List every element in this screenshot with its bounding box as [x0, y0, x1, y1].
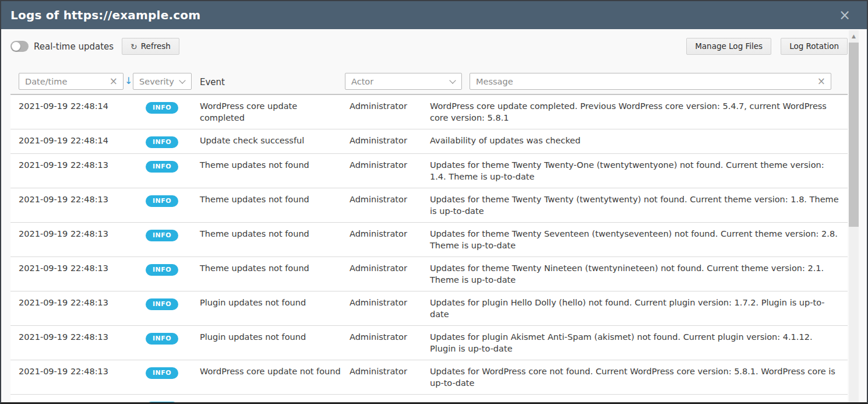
table-row: 2021-09-19 22:48:13 INFO Theme updates n… — [10, 223, 848, 257]
log-message: Updates for theme Twenty Nineteen (twent… — [430, 262, 848, 286]
log-table: 2021-09-19 22:48:14 INFO WordPress core … — [10, 94, 848, 404]
severity-cell: INFO — [137, 228, 200, 241]
severity-cell: INFO — [137, 331, 200, 345]
log-datetime: 2021-09-19 22:48:14 — [10, 100, 137, 112]
log-datetime: 2021-09-19 22:48:13 — [10, 366, 137, 377]
log-actor: Administrator — [350, 262, 430, 274]
severity-badge: INFO — [146, 230, 178, 241]
log-datetime: 2021-09-19 22:48:13 — [10, 331, 137, 343]
log-actor: Administrator — [350, 331, 430, 343]
scrollbar-thumb[interactable] — [849, 43, 859, 227]
table-row: 2021-09-19 22:48:13 INFO WordPress core … — [10, 360, 848, 395]
log-event: Plugin updates not found — [200, 331, 350, 343]
table-row: 2021-09-19 22:48:13 INFO Plugin updates … — [10, 326, 848, 360]
severity-filter-value: Severity — [133, 77, 180, 86]
log-actor: Administrator — [350, 366, 430, 377]
datetime-filter-input[interactable] — [19, 77, 107, 86]
actor-filter-select[interactable]: Actor — [345, 73, 462, 90]
chevron-down-icon — [179, 77, 185, 83]
table-row: 2021-09-19 22:48:13 INFO Theme updates n… — [10, 154, 848, 188]
severity-badge: INFO — [146, 136, 178, 148]
log-event: Theme updates not found — [200, 159, 350, 171]
severity-badge: INFO — [146, 161, 178, 173]
toggle-knob-icon — [12, 42, 20, 51]
event-column-header: Event — [200, 77, 225, 87]
table-row: 2021-09-19 22:48:09 INFO Update check in… — [10, 395, 848, 404]
refresh-icon: ↻ — [130, 43, 137, 51]
log-message: Updates for theme Twenty Seventeen (twen… — [430, 228, 848, 251]
log-message: Updates for theme Twenty Twenty-One (twe… — [430, 159, 848, 182]
toolbar: Real-time updates ↻ Refresh Manage Log F… — [10, 38, 848, 55]
log-event: Theme updates not found — [200, 228, 350, 240]
severity-cell: INFO — [137, 194, 200, 207]
table-row: 2021-09-19 22:48:13 INFO Theme updates n… — [10, 188, 848, 223]
log-actor: Administrator — [350, 297, 430, 308]
severity-badge: INFO — [146, 367, 178, 379]
severity-filter-select[interactable]: Severity — [133, 73, 192, 90]
log-rotation-button[interactable]: Log Rotation — [781, 38, 848, 55]
severity-badge: INFO — [146, 298, 178, 310]
log-message: Updates for plugin Akismet Anti-Spam (ak… — [430, 331, 848, 354]
log-event: Theme updates not found — [200, 194, 350, 205]
log-datetime: 2021-09-19 22:48:09 — [10, 400, 137, 404]
log-datetime: 2021-09-19 22:48:13 — [10, 194, 137, 205]
vertical-scrollbar[interactable]: ▲ — [849, 30, 859, 402]
log-message: Availability of updates was checked — [430, 135, 848, 146]
log-actor: Administrator — [350, 228, 430, 240]
log-actor: Administrator — [350, 400, 430, 404]
clear-datetime-icon[interactable]: × — [107, 76, 123, 86]
log-datetime: 2021-09-19 22:48:13 — [10, 297, 137, 308]
severity-cell: INFO — [137, 366, 200, 379]
refresh-button[interactable]: ↻ Refresh — [122, 38, 179, 55]
log-datetime: 2021-09-19 22:48:13 — [10, 262, 137, 274]
message-filter[interactable]: × — [470, 73, 831, 90]
severity-cell: INFO — [137, 262, 200, 276]
table-row: 2021-09-19 22:48:14 INFO Update check su… — [10, 129, 848, 154]
table-row: 2021-09-19 22:48:13 INFO Theme updates n… — [10, 257, 848, 291]
logs-window: Logs of https://example.com × Real-time … — [0, 0, 868, 404]
log-datetime: 2021-09-19 22:48:13 — [10, 228, 137, 240]
log-datetime: 2021-09-19 22:48:13 — [10, 159, 137, 171]
severity-badge: INFO — [146, 333, 178, 345]
log-message: Updates for plugin Hello Dolly (hello) n… — [430, 297, 848, 320]
message-filter-input[interactable] — [470, 77, 815, 86]
severity-cell: INFO — [137, 135, 200, 148]
filter-row: × ↓ Severity Event Actor × — [1, 73, 867, 90]
log-event: Plugin updates not found — [200, 297, 350, 308]
log-message: Checking for available updates was initi… — [430, 400, 848, 404]
chevron-down-icon — [449, 77, 456, 83]
log-message: Updates for theme Twenty Twenty (twentyt… — [430, 194, 848, 217]
scroll-up-arrow-icon[interactable]: ▲ — [849, 30, 859, 39]
realtime-updates-toggle[interactable] — [10, 41, 29, 52]
severity-badge: INFO — [146, 102, 178, 114]
close-icon[interactable]: × — [839, 8, 851, 22]
log-actor: Administrator — [350, 100, 430, 112]
log-actor: Administrator — [350, 159, 430, 171]
clear-message-icon[interactable]: × — [815, 76, 831, 86]
log-datetime: 2021-09-19 22:48:14 — [10, 135, 137, 146]
sort-descending-icon[interactable]: ↓ — [125, 75, 132, 86]
datetime-filter[interactable]: × — [19, 73, 124, 90]
log-message: WordPress core update completed. Previou… — [430, 100, 848, 124]
log-event: WordPress core update not found — [200, 366, 350, 377]
log-actor: Administrator — [350, 135, 430, 146]
log-event: Update check successful — [200, 135, 350, 146]
severity-cell: INFO — [137, 400, 200, 404]
manage-log-files-button[interactable]: Manage Log Files — [686, 38, 771, 55]
log-event: WordPress core update completed — [200, 100, 350, 124]
log-message: Updates for WordPress core not found. Cu… — [430, 366, 848, 389]
refresh-button-label: Refresh — [141, 42, 171, 51]
severity-badge: INFO — [146, 195, 178, 207]
realtime-updates-label: Real-time updates — [34, 41, 114, 52]
severity-badge: INFO — [146, 264, 178, 276]
actor-filter-value: Actor — [345, 77, 450, 86]
severity-cell: INFO — [137, 100, 200, 114]
log-event: Update check initiated — [200, 400, 350, 404]
window-title: Logs of https://example.com — [10, 8, 200, 22]
table-row: 2021-09-19 22:48:14 INFO WordPress core … — [10, 95, 848, 129]
severity-cell: INFO — [137, 297, 200, 310]
log-event: Theme updates not found — [200, 262, 350, 274]
severity-badge: INFO — [146, 402, 178, 404]
table-row: 2021-09-19 22:48:13 INFO Plugin updates … — [10, 291, 848, 326]
severity-cell: INFO — [137, 159, 200, 173]
